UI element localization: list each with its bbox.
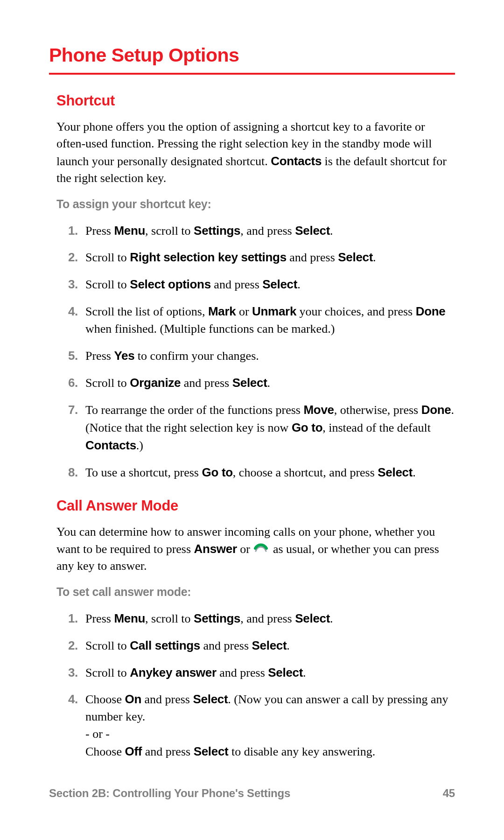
step: 1.Press Menu, scroll to Settings, and pr… [56, 610, 455, 628]
text: your choices, and press [296, 305, 416, 318]
text: to disable any key answering. [228, 745, 375, 758]
text: Press [85, 224, 114, 238]
text: or [237, 542, 253, 556]
title-rule [49, 73, 455, 75]
bold: Unmark [252, 304, 296, 318]
bold: Move [303, 403, 334, 417]
text: , choose a shortcut, and press [233, 466, 378, 479]
text: , and press [240, 224, 295, 238]
call-answer-intro: You can determine how to answer incoming… [56, 524, 455, 575]
heading-shortcut: Shortcut [56, 92, 455, 109]
bold: Settings [194, 224, 240, 238]
text: , scroll to [145, 224, 194, 238]
step-body: Scroll to Select options and press Selec… [85, 276, 455, 294]
step: 8.To use a shortcut, press Go to, choose… [56, 464, 455, 482]
bold: Done [416, 304, 446, 318]
step: 5.Press Yes to confirm your changes. [56, 347, 455, 365]
step-number: 8. [56, 464, 85, 482]
bold: Right selection key settings [130, 250, 286, 264]
text: or [236, 305, 252, 318]
step-number: 1. [56, 610, 85, 628]
bold: Go to [292, 420, 322, 434]
bold: Mark [208, 304, 236, 318]
text: , and press [240, 612, 295, 625]
bold: Yes [114, 349, 134, 363]
text: and press [200, 639, 252, 652]
text: . [330, 612, 333, 625]
text: and press [181, 376, 232, 390]
step-body: Press Menu, scroll to Settings, and pres… [85, 222, 455, 240]
text: - or - [85, 727, 110, 741]
bold: Menu [114, 611, 145, 625]
shortcut-intro: Your phone offers you the option of assi… [56, 119, 455, 187]
page-footer: Section 2B: Controlling Your Phone's Set… [49, 787, 455, 800]
step-body: Scroll the list of options, Mark or Unma… [85, 303, 455, 338]
bold: Answer [194, 542, 237, 556]
bold: Select options [130, 277, 211, 291]
step: 7.To rearrange the order of the function… [56, 401, 455, 455]
step: 4.Choose On and press Select. (Now you c… [56, 691, 455, 761]
text: , scroll to [145, 612, 194, 625]
call-key-icon [253, 544, 270, 554]
step-body: Scroll to Call settings and press Select… [85, 637, 455, 655]
text: , instead of the default [322, 421, 431, 434]
step-number: 7. [56, 401, 85, 455]
step: 1.Press Menu, scroll to Settings, and pr… [56, 222, 455, 240]
footer-page-number: 45 [443, 787, 455, 800]
bold: Select [252, 638, 287, 652]
text: Scroll the list of options, [85, 305, 208, 318]
step: 6.Scroll to Organize and press Select. [56, 374, 455, 392]
text: Scroll to [85, 666, 130, 679]
bold: Select [193, 692, 228, 706]
text: Scroll to [85, 251, 130, 264]
bold: Go to [202, 465, 232, 479]
text: Choose [85, 693, 125, 706]
bold: Call settings [130, 638, 200, 652]
step-number: 3. [56, 276, 85, 294]
step: 4.Scroll the list of options, Mark or Un… [56, 303, 455, 338]
step-body: Press Yes to confirm your changes. [85, 347, 455, 365]
step-number: 3. [56, 664, 85, 682]
step-number: 5. [56, 347, 85, 365]
text: and press [287, 251, 338, 264]
bold: On [125, 692, 142, 706]
step-number: 2. [56, 249, 85, 266]
text: Scroll to [85, 376, 130, 390]
bold: Select [378, 465, 413, 479]
bold: Select [338, 250, 373, 264]
footer-section: Section 2B: Controlling Your Phone's Set… [49, 787, 290, 800]
bold: Anykey answer [130, 665, 216, 679]
text: .) [136, 439, 143, 452]
step-body: Choose On and press Select. (Now you can… [85, 691, 455, 761]
text: to confirm your changes. [134, 349, 259, 363]
text: . [330, 224, 333, 238]
text: . [297, 278, 301, 291]
bold: Contacts [85, 438, 136, 452]
step-body: Scroll to Right selection key settings a… [85, 249, 455, 266]
shortcut-subhead: To assign your shortcut key: [56, 197, 455, 211]
step-number: 4. [56, 691, 85, 761]
text: . [287, 639, 290, 652]
step: 2.Scroll to Call settings and press Sele… [56, 637, 455, 655]
step-body: Scroll to Anykey answer and press Select… [85, 664, 455, 682]
step-number: 2. [56, 637, 85, 655]
step-body: Scroll to Organize and press Select. [85, 374, 455, 392]
text: Press [85, 612, 114, 625]
step-body: To rearrange the order of the functions … [85, 401, 455, 455]
bold: Select [194, 744, 229, 758]
shortcut-steps: 1.Press Menu, scroll to Settings, and pr… [56, 222, 455, 482]
call-answer-subhead: To set call answer mode: [56, 585, 455, 599]
heading-call-answer: Call Answer Mode [56, 497, 455, 514]
text: and press [141, 693, 193, 706]
step: 2.Scroll to Right selection key settings… [56, 249, 455, 266]
step-body: To use a shortcut, press Go to, choose a… [85, 464, 455, 482]
bold: Select [268, 665, 303, 679]
bold: Organize [130, 376, 181, 390]
step-body: Press Menu, scroll to Settings, and pres… [85, 610, 455, 628]
bold: Select [232, 376, 267, 390]
bold: Select [295, 611, 330, 625]
text: . [267, 376, 271, 390]
text: To use a shortcut, press [85, 466, 202, 479]
bold-contacts: Contacts [271, 154, 322, 168]
bold: Settings [194, 611, 240, 625]
